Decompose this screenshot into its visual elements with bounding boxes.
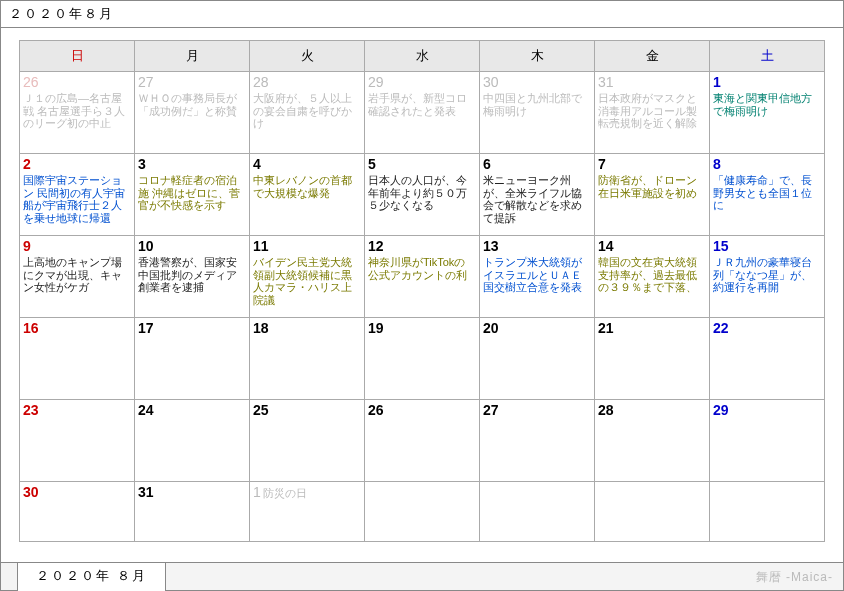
- calendar-cell[interactable]: 20: [480, 318, 595, 400]
- calendar-cell[interactable]: 31: [135, 482, 250, 542]
- calendar-cell[interactable]: 28大阪府が、５人以上の宴会自粛を呼びかけ: [250, 72, 365, 154]
- day-number: 25: [253, 402, 361, 418]
- event-item[interactable]: ＪＲ九州の豪華寝台列「ななつ星」が、約運行を再開: [713, 256, 821, 294]
- calendar-cell[interactable]: 1防災の日: [250, 482, 365, 542]
- app-brand: 舞暦 -Maica-: [756, 569, 833, 586]
- calendar-cell[interactable]: 3コロナ軽症者の宿泊施 沖縄はゼロに、菅官が不快感を示す: [135, 154, 250, 236]
- calendar-cell[interactable]: 17: [135, 318, 250, 400]
- calendar-cell[interactable]: 4中東レバノンの首都で大規模な爆発: [250, 154, 365, 236]
- event-item[interactable]: ＷＨＯの事務局長が「成功例だ」と称賛: [138, 92, 246, 117]
- day-number: 31: [138, 484, 246, 500]
- event-item[interactable]: 東海と関東甲信地方で梅雨明け: [713, 92, 821, 117]
- event-item[interactable]: トランプ米大統領がイスラエルとＵＡＥ国交樹立合意を発表: [483, 256, 591, 294]
- calendar-cell[interactable]: 11バイデン民主党大統領副大統領候補に黒人カマラ・ハリス上院議: [250, 236, 365, 318]
- day-number: 1: [713, 74, 821, 90]
- calendar-cell[interactable]: 28: [595, 400, 710, 482]
- calendar-cell[interactable]: 30中四国と九州北部で梅雨明け: [480, 72, 595, 154]
- calendar-cell[interactable]: 25: [250, 400, 365, 482]
- calendar-cell[interactable]: 27ＷＨＯの事務局長が「成功例だ」と称賛: [135, 72, 250, 154]
- calendar-cell[interactable]: 24: [135, 400, 250, 482]
- calendar-cell[interactable]: 12神奈川県がTikTokの公式アカウントの利: [365, 236, 480, 318]
- calendar-cell[interactable]: 21: [595, 318, 710, 400]
- event-item[interactable]: 中四国と九州北部で梅雨明け: [483, 92, 591, 117]
- calendar-cell[interactable]: 22: [710, 318, 825, 400]
- dow-header: 火: [250, 41, 365, 72]
- event-item[interactable]: 防衛省が、ドローン在日米軍施設を初め: [598, 174, 706, 199]
- events-list: 日本人の人口が、今年前年より約５０万５少なくなる: [368, 174, 476, 212]
- calendar-cell[interactable]: [710, 482, 825, 542]
- calendar-cell[interactable]: 23: [20, 400, 135, 482]
- calendar-cell[interactable]: 29: [710, 400, 825, 482]
- day-number: 4: [253, 156, 361, 172]
- event-item[interactable]: 米ニューヨーク州が、全米ライフル協会で解散などを求めて提訴: [483, 174, 591, 225]
- day-number: 16: [23, 320, 131, 336]
- day-number: 12: [368, 238, 476, 254]
- calendar-cell[interactable]: 27: [480, 400, 595, 482]
- day-number: 20: [483, 320, 591, 336]
- event-item[interactable]: 日本政府がマスクと消毒用アルコール製転売規制を近く解除: [598, 92, 706, 130]
- day-number: 28: [598, 402, 706, 418]
- events-list: 米ニューヨーク州が、全米ライフル協会で解散などを求めて提訴: [483, 174, 591, 225]
- dow-header: 金: [595, 41, 710, 72]
- event-item[interactable]: 国際宇宙ステーション 民間初の有人宇宙船が宇宙飛行士２人を乗せ地球に帰還: [23, 174, 131, 225]
- day-number: 27: [138, 74, 246, 90]
- events-list: トランプ米大統領がイスラエルとＵＡＥ国交樹立合意を発表: [483, 256, 591, 294]
- events-list: 中東レバノンの首都で大規模な爆発: [253, 174, 361, 199]
- events-list: 「健康寿命」で、長野男女とも全国１位に: [713, 174, 821, 212]
- event-item[interactable]: 上高地のキャンプ場にクマが出現、キャン女性がケガ: [23, 256, 131, 294]
- day-number: 17: [138, 320, 246, 336]
- event-item[interactable]: バイデン民主党大統領副大統領候補に黒人カマラ・ハリス上院議: [253, 256, 361, 307]
- events-list: 大阪府が、５人以上の宴会自粛を呼びかけ: [253, 92, 361, 130]
- day-number: 26: [23, 74, 131, 90]
- calendar-cell[interactable]: [595, 482, 710, 542]
- event-item[interactable]: 「健康寿命」で、長野男女とも全国１位に: [713, 174, 821, 212]
- calendar-cell[interactable]: [480, 482, 595, 542]
- day-number: 27: [483, 402, 591, 418]
- calendar-cell[interactable]: 26: [365, 400, 480, 482]
- events-list: ＷＨＯの事務局長が「成功例だ」と称賛: [138, 92, 246, 117]
- day-number: 14: [598, 238, 706, 254]
- event-item[interactable]: コロナ軽症者の宿泊施 沖縄はゼロに、菅官が不快感を示す: [138, 174, 246, 212]
- day-number: 28: [253, 74, 361, 90]
- calendar-cell[interactable]: 15ＪＲ九州の豪華寝台列「ななつ星」が、約運行を再開: [710, 236, 825, 318]
- event-item[interactable]: 中東レバノンの首都で大規模な爆発: [253, 174, 361, 199]
- calendar-cell[interactable]: 1東海と関東甲信地方で梅雨明け: [710, 72, 825, 154]
- calendar-cell[interactable]: 9上高地のキャンプ場にクマが出現、キャン女性がケガ: [20, 236, 135, 318]
- calendar-cell[interactable]: 30: [20, 482, 135, 542]
- calendar-cell[interactable]: 10香港警察が、国家安 中国批判のメディア創業者を逮捕: [135, 236, 250, 318]
- month-tab[interactable]: ２０２０年 ８月: [17, 562, 166, 591]
- event-item[interactable]: 香港警察が、国家安 中国批判のメディア創業者を逮捕: [138, 256, 246, 294]
- calendar-cell[interactable]: 18: [250, 318, 365, 400]
- calendar-cell[interactable]: 8「健康寿命」で、長野男女とも全国１位に: [710, 154, 825, 236]
- calendar-cell[interactable]: 26Ｊ１の広島―名古屋戦 名古屋選手ら３人のリーグ初の中止: [20, 72, 135, 154]
- calendar-cell[interactable]: 29岩手県が、新型コロ確認されたと発表: [365, 72, 480, 154]
- calendar-cell[interactable]: 6米ニューヨーク州が、全米ライフル協会で解散などを求めて提訴: [480, 154, 595, 236]
- day-number: 8: [713, 156, 821, 172]
- calendar-cell[interactable]: 5日本人の人口が、今年前年より約５０万５少なくなる: [365, 154, 480, 236]
- dow-header: 土: [710, 41, 825, 72]
- event-item[interactable]: 大阪府が、５人以上の宴会自粛を呼びかけ: [253, 92, 361, 130]
- event-item[interactable]: Ｊ１の広島―名古屋戦 名古屋選手ら３人のリーグ初の中止: [23, 92, 131, 130]
- event-item[interactable]: 韓国の文在寅大統領支持率が、過去最低の３９％まで下落、: [598, 256, 706, 294]
- day-number: 31: [598, 74, 706, 90]
- event-item[interactable]: 日本人の人口が、今年前年より約５０万５少なくなる: [368, 174, 476, 212]
- events-list: 中四国と九州北部で梅雨明け: [483, 92, 591, 117]
- day-number: 1防災の日: [253, 484, 361, 501]
- day-number: 24: [138, 402, 246, 418]
- events-list: 東海と関東甲信地方で梅雨明け: [713, 92, 821, 117]
- day-number: 23: [23, 402, 131, 418]
- events-list: 日本政府がマスクと消毒用アルコール製転売規制を近く解除: [598, 92, 706, 130]
- calendar-cell[interactable]: 31日本政府がマスクと消毒用アルコール製転売規制を近く解除: [595, 72, 710, 154]
- calendar-cell[interactable]: 2国際宇宙ステーション 民間初の有人宇宙船が宇宙飛行士２人を乗せ地球に帰還: [20, 154, 135, 236]
- calendar-cell[interactable]: 19: [365, 318, 480, 400]
- calendar-cell[interactable]: [365, 482, 480, 542]
- calendar-cell[interactable]: 7防衛省が、ドローン在日米軍施設を初め: [595, 154, 710, 236]
- events-list: バイデン民主党大統領副大統領候補に黒人カマラ・ハリス上院議: [253, 256, 361, 307]
- calendar-cell[interactable]: 14韓国の文在寅大統領支持率が、過去最低の３９％まで下落、: [595, 236, 710, 318]
- day-number: 7: [598, 156, 706, 172]
- event-item[interactable]: 岩手県が、新型コロ確認されたと発表: [368, 92, 476, 117]
- event-item[interactable]: 神奈川県がTikTokの公式アカウントの利: [368, 256, 476, 281]
- day-note: 防災の日: [263, 487, 307, 499]
- calendar-cell[interactable]: 13トランプ米大統領がイスラエルとＵＡＥ国交樹立合意を発表: [480, 236, 595, 318]
- calendar-cell[interactable]: 16: [20, 318, 135, 400]
